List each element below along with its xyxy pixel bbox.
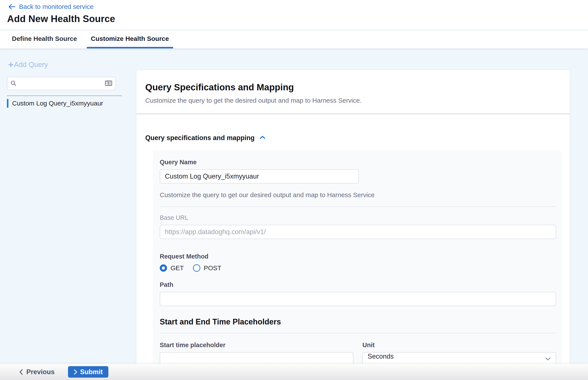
selected-indicator-bar bbox=[7, 99, 8, 108]
query-search-input[interactable] bbox=[19, 80, 105, 87]
chevron-up-icon[interactable] bbox=[259, 135, 266, 141]
tab-define-health-source[interactable]: Define Health Source bbox=[12, 31, 77, 48]
radio-post[interactable] bbox=[193, 264, 200, 272]
query-list: Custom Log Query_i5xmyyuaur bbox=[7, 98, 128, 109]
previous-button[interactable]: Previous bbox=[19, 366, 55, 378]
base-url-label: Base URL bbox=[160, 214, 556, 221]
query-item-label: Custom Log Query_i5xmyyuaur bbox=[12, 100, 103, 107]
sidebar-divider bbox=[7, 95, 122, 96]
section-heading-label: Query specifications and mapping bbox=[145, 134, 255, 142]
card-subtitle: Customize the query to get the desired o… bbox=[145, 97, 561, 114]
query-name-helper-text: Customize the query to get our desired o… bbox=[160, 191, 556, 199]
chevron-right-icon bbox=[74, 369, 77, 375]
search-icon bbox=[10, 80, 17, 87]
chevron-down-icon bbox=[545, 357, 551, 361]
start-time-placeholder-label: Start time placeholder bbox=[160, 342, 353, 349]
start-time-placeholder-input[interactable] bbox=[160, 352, 353, 363]
path-input[interactable] bbox=[160, 292, 556, 306]
query-name-label: Query Name bbox=[160, 159, 556, 166]
add-query-button[interactable]: + Add Query bbox=[8, 60, 48, 69]
back-link-label: Back to monitored service bbox=[19, 3, 93, 10]
back-to-monitored-service-link[interactable]: Back to monitored service bbox=[8, 3, 93, 10]
panel-divider bbox=[160, 333, 556, 333]
footer-bar: Previous Submit bbox=[0, 363, 588, 380]
radio-get[interactable] bbox=[160, 264, 167, 272]
submit-button-label: Submit bbox=[80, 368, 103, 376]
unit-label: Unit bbox=[363, 342, 556, 349]
radio-post-label: POST bbox=[204, 264, 222, 272]
base-url-input[interactable] bbox=[160, 225, 556, 239]
panel-divider bbox=[160, 207, 556, 207]
query-list-item-selected[interactable]: Custom Log Query_i5xmyyuaur bbox=[7, 98, 128, 109]
plus-icon: + bbox=[8, 61, 14, 68]
card-body: Query specifications and mapping Query N… bbox=[137, 134, 570, 363]
query-mapping-card: Query Specifications and Mapping Customi… bbox=[136, 70, 570, 363]
query-specs-panel: Query Name Customize the query to get ou… bbox=[153, 151, 561, 363]
address-card-icon[interactable] bbox=[105, 80, 112, 87]
chevron-left-icon bbox=[19, 369, 23, 375]
query-name-input[interactable] bbox=[160, 169, 359, 184]
submit-button[interactable]: Submit bbox=[68, 366, 108, 378]
page-title: Add New Health Source bbox=[7, 13, 115, 24]
request-method-radio-group: GET POST bbox=[160, 264, 556, 272]
path-label: Path bbox=[160, 281, 556, 288]
card-header: Query Specifications and Mapping Customi… bbox=[137, 70, 570, 114]
previous-button-label: Previous bbox=[26, 368, 55, 376]
page-header: Back to monitored service Add New Health… bbox=[0, 0, 588, 30]
tab-customize-health-source[interactable]: Customize Health Source bbox=[87, 31, 173, 48]
card-title: Query Specifications and Mapping bbox=[145, 82, 561, 93]
tab-bar: Define Health Source Customize Health So… bbox=[0, 31, 588, 48]
unit-select[interactable]: Seconds bbox=[363, 352, 556, 363]
query-sidebar: + Add Query bbox=[0, 48, 136, 363]
add-query-label: Add Query bbox=[14, 60, 48, 69]
arrow-left-icon bbox=[8, 3, 16, 10]
query-search-box[interactable] bbox=[7, 77, 116, 90]
card-header-divider bbox=[137, 114, 570, 114]
content-area: + Add Query bbox=[0, 48, 588, 363]
radio-get-label: GET bbox=[171, 264, 184, 272]
unit-select-value: Seconds bbox=[368, 353, 394, 360]
request-method-label: Request Method bbox=[160, 253, 556, 260]
section-heading-row[interactable]: Query specifications and mapping bbox=[145, 134, 561, 142]
time-placeholders-heading: Start and End Time Placeholders bbox=[160, 317, 556, 326]
